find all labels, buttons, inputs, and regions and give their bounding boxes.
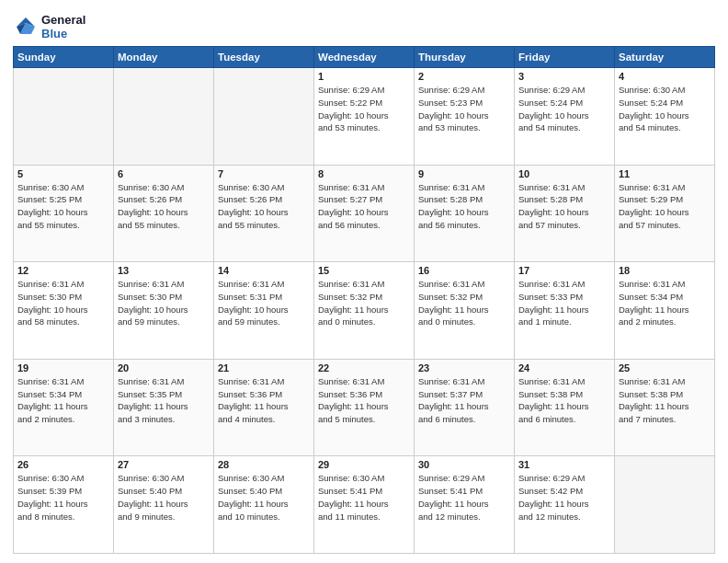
calendar-cell: [214, 68, 314, 166]
calendar-cell: 23Sunrise: 6:31 AMSunset: 5:37 PMDayligh…: [415, 359, 515, 456]
day-number: 7: [218, 168, 310, 179]
day-info: Sunrise: 6:30 AMSunset: 5:40 PMDaylight:…: [118, 472, 210, 523]
day-info: Sunrise: 6:31 AMSunset: 5:37 PMDaylight:…: [418, 375, 510, 426]
calendar-cell: 7Sunrise: 6:30 AMSunset: 5:26 PMDaylight…: [214, 165, 314, 262]
calendar-cell: 11Sunrise: 6:31 AMSunset: 5:29 PMDayligh…: [615, 165, 715, 262]
calendar-cell: 29Sunrise: 6:30 AMSunset: 5:41 PMDayligh…: [314, 456, 415, 554]
day-number: 9: [418, 168, 510, 179]
day-number: 23: [418, 362, 510, 373]
weekday-header-sunday: Sunday: [14, 47, 114, 68]
day-info: Sunrise: 6:30 AMSunset: 5:41 PMDaylight:…: [318, 472, 410, 523]
day-info: Sunrise: 6:29 AMSunset: 5:42 PMDaylight:…: [518, 472, 610, 523]
calendar-cell: 6Sunrise: 6:30 AMSunset: 5:26 PMDaylight…: [114, 165, 214, 262]
day-info: Sunrise: 6:31 AMSunset: 5:35 PMDaylight:…: [118, 375, 210, 426]
calendar-cell: 16Sunrise: 6:31 AMSunset: 5:32 PMDayligh…: [415, 262, 515, 360]
day-number: 12: [17, 265, 109, 276]
calendar-cell: 14Sunrise: 6:31 AMSunset: 5:31 PMDayligh…: [214, 262, 314, 360]
week-row-4: 19Sunrise: 6:31 AMSunset: 5:34 PMDayligh…: [14, 359, 715, 456]
day-info: Sunrise: 6:30 AMSunset: 5:24 PMDaylight:…: [619, 84, 711, 134]
calendar-cell: 12Sunrise: 6:31 AMSunset: 5:30 PMDayligh…: [14, 262, 114, 360]
day-number: 27: [118, 459, 210, 470]
calendar-cell: 25Sunrise: 6:31 AMSunset: 5:38 PMDayligh…: [615, 359, 715, 456]
day-number: 2: [418, 71, 510, 82]
calendar-cell: 17Sunrise: 6:31 AMSunset: 5:33 PMDayligh…: [515, 262, 615, 360]
day-number: 3: [518, 71, 610, 82]
calendar-cell: 18Sunrise: 6:31 AMSunset: 5:34 PMDayligh…: [615, 262, 715, 360]
day-info: Sunrise: 6:31 AMSunset: 5:36 PMDaylight:…: [318, 375, 410, 426]
day-number: 11: [619, 168, 711, 179]
weekday-header-wednesday: Wednesday: [314, 47, 415, 68]
logo: General Blue: [13, 13, 85, 40]
day-info: Sunrise: 6:31 AMSunset: 5:30 PMDaylight:…: [17, 278, 109, 328]
logo-text: General Blue: [41, 13, 85, 40]
day-info: Sunrise: 6:31 AMSunset: 5:31 PMDaylight:…: [218, 278, 310, 328]
calendar-cell: 30Sunrise: 6:29 AMSunset: 5:41 PMDayligh…: [415, 456, 515, 554]
calendar-cell: 2Sunrise: 6:29 AMSunset: 5:23 PMDaylight…: [415, 68, 515, 166]
day-info: Sunrise: 6:29 AMSunset: 5:22 PMDaylight:…: [318, 84, 410, 134]
header: General Blue: [13, 9, 715, 40]
day-number: 17: [518, 265, 610, 276]
day-info: Sunrise: 6:30 AMSunset: 5:39 PMDaylight:…: [17, 472, 109, 523]
day-number: 25: [619, 362, 711, 373]
calendar-cell: 3Sunrise: 6:29 AMSunset: 5:24 PMDaylight…: [515, 68, 615, 166]
day-number: 16: [418, 265, 510, 276]
day-info: Sunrise: 6:31 AMSunset: 5:33 PMDaylight:…: [518, 278, 610, 328]
day-number: 1: [318, 71, 410, 82]
day-info: Sunrise: 6:31 AMSunset: 5:36 PMDaylight:…: [218, 375, 310, 426]
day-info: Sunrise: 6:31 AMSunset: 5:28 PMDaylight:…: [518, 181, 610, 232]
day-info: Sunrise: 6:31 AMSunset: 5:32 PMDaylight:…: [318, 278, 410, 328]
day-info: Sunrise: 6:31 AMSunset: 5:30 PMDaylight:…: [118, 278, 210, 328]
weekday-header-thursday: Thursday: [415, 47, 515, 68]
week-row-2: 5Sunrise: 6:30 AMSunset: 5:25 PMDaylight…: [14, 165, 715, 262]
day-info: Sunrise: 6:30 AMSunset: 5:26 PMDaylight:…: [218, 181, 310, 232]
day-info: Sunrise: 6:31 AMSunset: 5:32 PMDaylight:…: [418, 278, 510, 328]
calendar-cell: 28Sunrise: 6:30 AMSunset: 5:40 PMDayligh…: [214, 456, 314, 554]
day-number: 13: [118, 265, 210, 276]
week-row-1: 1Sunrise: 6:29 AMSunset: 5:22 PMDaylight…: [14, 68, 715, 166]
calendar-cell: 4Sunrise: 6:30 AMSunset: 5:24 PMDaylight…: [615, 68, 715, 166]
calendar-cell: 27Sunrise: 6:30 AMSunset: 5:40 PMDayligh…: [114, 456, 214, 554]
calendar-cell: [615, 456, 715, 554]
calendar-cell: 26Sunrise: 6:30 AMSunset: 5:39 PMDayligh…: [14, 456, 114, 554]
weekday-header-tuesday: Tuesday: [214, 47, 314, 68]
calendar-cell: 10Sunrise: 6:31 AMSunset: 5:28 PMDayligh…: [515, 165, 615, 262]
page: General Blue SundayMondayTuesdayWednesda…: [0, 0, 728, 563]
day-info: Sunrise: 6:29 AMSunset: 5:41 PMDaylight:…: [418, 472, 510, 523]
calendar-cell: 24Sunrise: 6:31 AMSunset: 5:38 PMDayligh…: [515, 359, 615, 456]
calendar-table: SundayMondayTuesdayWednesdayThursdayFrid…: [13, 46, 715, 554]
day-number: 8: [318, 168, 410, 179]
day-number: 28: [218, 459, 310, 470]
calendar-cell: [14, 68, 114, 166]
day-number: 10: [518, 168, 610, 179]
calendar-cell: 13Sunrise: 6:31 AMSunset: 5:30 PMDayligh…: [114, 262, 214, 360]
calendar-cell: 22Sunrise: 6:31 AMSunset: 5:36 PMDayligh…: [314, 359, 415, 456]
day-number: 29: [318, 459, 410, 470]
weekday-header-saturday: Saturday: [615, 47, 715, 68]
week-row-5: 26Sunrise: 6:30 AMSunset: 5:39 PMDayligh…: [14, 456, 715, 554]
calendar-cell: 21Sunrise: 6:31 AMSunset: 5:36 PMDayligh…: [214, 359, 314, 456]
day-info: Sunrise: 6:31 AMSunset: 5:34 PMDaylight:…: [619, 278, 711, 328]
day-info: Sunrise: 6:30 AMSunset: 5:26 PMDaylight:…: [118, 181, 210, 232]
day-info: Sunrise: 6:31 AMSunset: 5:27 PMDaylight:…: [318, 181, 410, 232]
day-info: Sunrise: 6:30 AMSunset: 5:25 PMDaylight:…: [17, 181, 109, 232]
day-info: Sunrise: 6:29 AMSunset: 5:24 PMDaylight:…: [518, 84, 610, 134]
day-number: 20: [118, 362, 210, 373]
day-info: Sunrise: 6:31 AMSunset: 5:38 PMDaylight:…: [619, 375, 711, 426]
calendar-cell: 15Sunrise: 6:31 AMSunset: 5:32 PMDayligh…: [314, 262, 415, 360]
calendar-cell: 8Sunrise: 6:31 AMSunset: 5:27 PMDaylight…: [314, 165, 415, 262]
calendar-cell: 20Sunrise: 6:31 AMSunset: 5:35 PMDayligh…: [114, 359, 214, 456]
weekday-header-monday: Monday: [114, 47, 214, 68]
day-number: 30: [418, 459, 510, 470]
day-info: Sunrise: 6:31 AMSunset: 5:29 PMDaylight:…: [619, 181, 711, 232]
day-number: 19: [17, 362, 109, 373]
day-number: 18: [619, 265, 711, 276]
day-number: 4: [619, 71, 711, 82]
day-info: Sunrise: 6:31 AMSunset: 5:34 PMDaylight:…: [17, 375, 109, 426]
calendar-cell: 9Sunrise: 6:31 AMSunset: 5:28 PMDaylight…: [415, 165, 515, 262]
day-number: 21: [218, 362, 310, 373]
calendar-cell: [114, 68, 214, 166]
day-number: 14: [218, 265, 310, 276]
day-number: 6: [118, 168, 210, 179]
weekday-header-friday: Friday: [515, 47, 615, 68]
calendar-cell: 5Sunrise: 6:30 AMSunset: 5:25 PMDaylight…: [14, 165, 114, 262]
